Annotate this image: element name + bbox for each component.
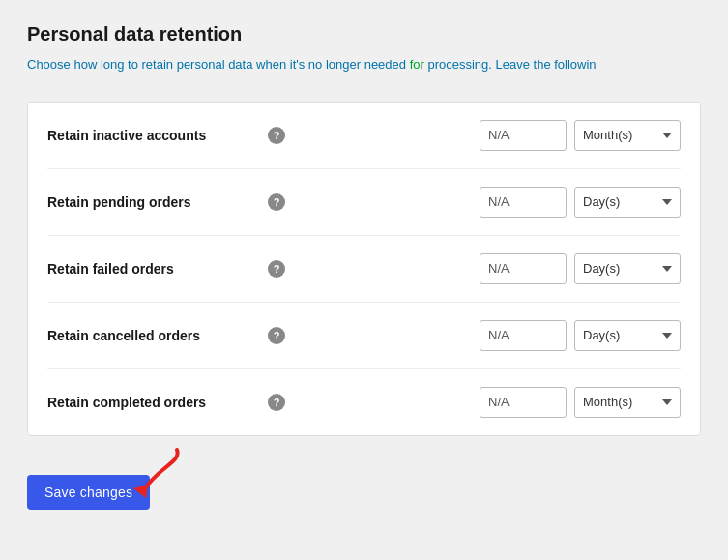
input-pending-orders[interactable]: [480, 187, 567, 218]
field-group-cancelled-orders: Day(s) Month(s) Year(s): [480, 320, 681, 351]
field-group-pending-orders: Day(s) Month(s) Year(s): [480, 187, 681, 218]
help-icon-pending-orders[interactable]: ?: [268, 193, 285, 211]
label-inactive-accounts: Retain inactive accounts: [47, 128, 260, 143]
input-completed-orders[interactable]: [480, 387, 567, 418]
row-inactive-accounts: Retain inactive accounts ? Month(s) Day(…: [47, 103, 681, 169]
row-cancelled-orders: Retain cancelled orders ? Day(s) Month(s…: [47, 303, 681, 369]
field-group-completed-orders: Month(s) Day(s) Year(s): [480, 387, 681, 418]
page-container: Personal data retention Choose how long …: [0, 0, 728, 560]
subtitle-green: for: [410, 57, 424, 72]
select-failed-orders[interactable]: Day(s) Month(s) Year(s): [574, 253, 681, 284]
label-pending-orders: Retain pending orders: [47, 194, 260, 210]
row-pending-orders: Retain pending orders ? Day(s) Month(s) …: [47, 169, 681, 236]
row-failed-orders: Retain failed orders ? Day(s) Month(s) Y…: [47, 236, 681, 303]
page-title: Personal data retention: [27, 23, 701, 45]
select-pending-orders[interactable]: Day(s) Month(s) Year(s): [574, 187, 681, 218]
field-group-inactive-accounts: Month(s) Day(s) Year(s): [480, 120, 681, 151]
input-failed-orders[interactable]: [480, 253, 567, 284]
help-icon-cancelled-orders[interactable]: ?: [268, 327, 285, 344]
input-cancelled-orders[interactable]: [480, 320, 567, 351]
arrow-svg: [129, 448, 187, 501]
svg-marker-0: [133, 485, 148, 498]
label-completed-orders: Retain completed orders: [47, 395, 260, 410]
save-area: Save changes: [27, 465, 701, 510]
help-icon-completed-orders[interactable]: ?: [268, 394, 285, 411]
select-inactive-accounts[interactable]: Month(s) Day(s) Year(s): [574, 120, 681, 151]
help-icon-inactive-accounts[interactable]: ?: [268, 127, 285, 144]
select-cancelled-orders[interactable]: Day(s) Month(s) Year(s): [574, 320, 681, 351]
page-subtitle: Choose how long to retain personal data …: [27, 55, 701, 74]
label-failed-orders: Retain failed orders: [47, 261, 260, 277]
input-inactive-accounts[interactable]: [480, 120, 567, 151]
label-cancelled-orders: Retain cancelled orders: [47, 328, 260, 343]
settings-table: Retain inactive accounts ? Month(s) Day(…: [27, 102, 701, 436]
help-icon-failed-orders[interactable]: ?: [268, 260, 285, 278]
field-group-failed-orders: Day(s) Month(s) Year(s): [480, 253, 681, 284]
arrow-indicator: [129, 448, 187, 504]
row-completed-orders: Retain completed orders ? Month(s) Day(s…: [47, 369, 681, 435]
select-completed-orders[interactable]: Month(s) Day(s) Year(s): [574, 387, 681, 418]
